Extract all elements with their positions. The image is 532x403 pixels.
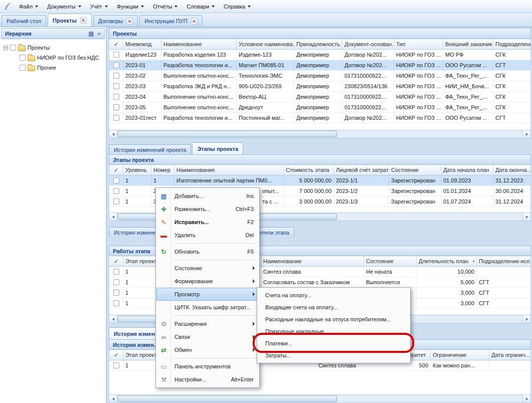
column-header[interactable]: Состояние — [389, 165, 441, 175]
close-icon[interactable] — [191, 18, 198, 25]
menu-functions[interactable]: Функции — [112, 0, 148, 13]
context-edit[interactable]: ✎Исправить...F2 — [156, 216, 259, 229]
scroll-left-button[interactable] — [109, 130, 117, 138]
submenu-payments[interactable]: Платежи... — [258, 337, 410, 349]
tab-contracts[interactable]: Договоры — [93, 15, 138, 27]
column-header[interactable]: Условное наименова... — [237, 39, 294, 49]
row-checkbox[interactable] — [113, 290, 119, 296]
table-row[interactable]: Изделие123Разработка изделия 123Изделие-… — [109, 50, 530, 60]
table-row[interactable]: 2023-01тестРазработка технологии и...Пос… — [109, 113, 530, 123]
tab-project-stages[interactable]: Этапы проекта — [192, 142, 243, 154]
column-header[interactable]: Дата огранич... — [489, 350, 531, 360]
row-checkbox[interactable] — [113, 188, 119, 194]
tree-item-other[interactable]: Прочее — [1, 63, 105, 73]
context-refresh[interactable]: ↻ОбновитьF5 — [156, 245, 259, 258]
tree-item-projects[interactable]: Проекты — [1, 43, 105, 53]
context-delete[interactable]: ▬УдалитьDel — [156, 229, 259, 242]
column-header[interactable]: Ограничение — [431, 350, 489, 360]
menu-file[interactable]: Файл — [15, 0, 43, 13]
column-header[interactable]: Дата оконча... — [493, 165, 531, 175]
context-toolbar[interactable]: ▭Панель инструментов — [156, 360, 259, 373]
context-exchange[interactable]: ⇄Обмен — [156, 343, 259, 356]
row-checkbox[interactable] — [113, 83, 119, 89]
column-header[interactable]: Подразделение-исп... — [477, 256, 531, 266]
tab-project-history[interactable]: История изменений проекта — [109, 144, 191, 154]
column-header[interactable]: ✓ — [109, 350, 123, 360]
context-citk-cost-code[interactable]: ЦИТК. Указать шифр затрат... — [156, 301, 259, 314]
menu-reports[interactable]: Отчёты — [148, 0, 182, 13]
row-checkbox[interactable] — [113, 362, 119, 368]
column-header[interactable]: Лицевой счёт затрат — [334, 165, 389, 175]
column-header[interactable]: Внешний заказчик — [443, 39, 493, 49]
column-header[interactable]: Номер — [151, 165, 174, 175]
column-header[interactable]: Мнемокод — [123, 39, 161, 49]
column-header[interactable]: Подразделени... — [493, 39, 531, 49]
row-checkbox[interactable] — [113, 94, 119, 100]
context-view[interactable]: Просмотр — [156, 288, 259, 301]
table-row[interactable]: 2023-04Выполнение опытно-конс...Вектор-А… — [109, 92, 530, 102]
column-header[interactable]: Наименование — [174, 165, 284, 175]
column-header[interactable]: Уровень — [123, 165, 151, 175]
menu-help[interactable]: Справка — [219, 0, 255, 13]
column-header[interactable]: ✓ — [109, 165, 123, 175]
table-row[interactable]: 2023-03Разработка ЭКД и РКД н...905-U020… — [109, 81, 530, 92]
close-icon[interactable] — [126, 18, 133, 25]
submenu-payment-invoices[interactable]: Счета на оплату... — [258, 289, 410, 301]
context-formation[interactable]: Формирование — [156, 275, 259, 288]
submenu-receipt-waybills[interactable]: Приходные накладные... — [258, 325, 410, 337]
scroll-right-button[interactable] — [522, 130, 530, 138]
column-header[interactable]: ✓ — [109, 256, 123, 266]
history-hscrollbar[interactable] — [109, 394, 531, 403]
column-header[interactable]: Длительность план▼ — [417, 256, 477, 266]
scroll-thumb[interactable] — [118, 395, 337, 402]
column-header[interactable]: Наименование — [161, 39, 237, 49]
column-header[interactable]: Документ-основан... — [342, 39, 394, 49]
scroll-thumb[interactable] — [118, 131, 337, 137]
projects-hscrollbar[interactable] — [109, 130, 531, 138]
close-icon[interactable] — [80, 17, 87, 24]
scroll-right-button[interactable] — [522, 315, 530, 323]
menu-accounting[interactable]: Учёт — [86, 0, 112, 13]
column-header[interactable]: Дата начала план — [441, 165, 493, 175]
context-duplicate[interactable]: ✚Размножить...Ctrl+F3 — [156, 203, 259, 216]
context-settings[interactable]: ⚒Настройки...Alt+Enter — [156, 373, 259, 386]
grid-view-icon[interactable]: ▦ — [88, 31, 94, 37]
submenu-incoming-invoices[interactable]: Входящие счета на оплату... — [258, 301, 410, 313]
row-checkbox[interactable] — [113, 279, 119, 285]
row-checkbox[interactable] — [113, 300, 119, 306]
menu-documents[interactable]: Документы — [43, 0, 86, 13]
row-checkbox[interactable] — [113, 198, 119, 205]
tab-projects[interactable]: Проекты — [48, 14, 92, 27]
row-checkbox[interactable] — [113, 269, 119, 275]
expander-icon[interactable] — [4, 46, 8, 50]
table-row[interactable]: 2023-05Выполнение опытно-конс...Дредноут… — [109, 102, 530, 113]
tree-checkbox[interactable] — [20, 55, 26, 61]
tree-item-niokr-goz[interactable]: НИОКР по ГОЗ без НДС — [1, 53, 105, 63]
row-checkbox[interactable] — [113, 73, 119, 79]
column-header[interactable]: Тип — [394, 39, 443, 49]
scroll-left-button[interactable] — [109, 213, 117, 221]
row-checkbox[interactable] — [113, 177, 119, 183]
tab-desktop[interactable]: Рабочий стол — [2, 15, 46, 27]
column-header[interactable]: Наименование — [261, 256, 364, 266]
scroll-right-button[interactable] — [522, 395, 530, 402]
row-checkbox[interactable] — [113, 52, 119, 58]
context-links[interactable]: ∞Связи — [156, 330, 259, 343]
column-header[interactable]: Принадлежность — [294, 39, 342, 49]
tree-checkbox[interactable] — [10, 45, 16, 51]
context-add[interactable]: ▦Добавить...Ins — [156, 189, 259, 203]
scroll-left-button[interactable] — [109, 315, 117, 323]
context-extensions[interactable]: ⚙Расширения — [156, 317, 259, 330]
row-checkbox[interactable] — [113, 115, 119, 121]
scroll-right-button[interactable] — [522, 213, 530, 221]
column-header[interactable]: Стоимость этапа — [284, 165, 334, 175]
tree-checkbox[interactable] — [20, 65, 26, 71]
submenu-costs[interactable]: Затраты... — [258, 349, 410, 361]
context-state[interactable]: Состояние — [156, 262, 259, 275]
scroll-left-button[interactable] — [109, 395, 117, 402]
tab-pup-instructions[interactable]: Инструкции ПУП — [139, 15, 202, 27]
submenu-expense-waybills[interactable]: Расходные накладные на отпуск потребител… — [258, 313, 410, 325]
collapse-panel-icon[interactable]: « — [97, 31, 101, 37]
table-row[interactable]: 11Изготовление опытной партии ПМ0...5 00… — [109, 175, 530, 186]
table-row[interactable]: 2023-02Выполнение опытно-конс...Технолог… — [109, 71, 530, 81]
